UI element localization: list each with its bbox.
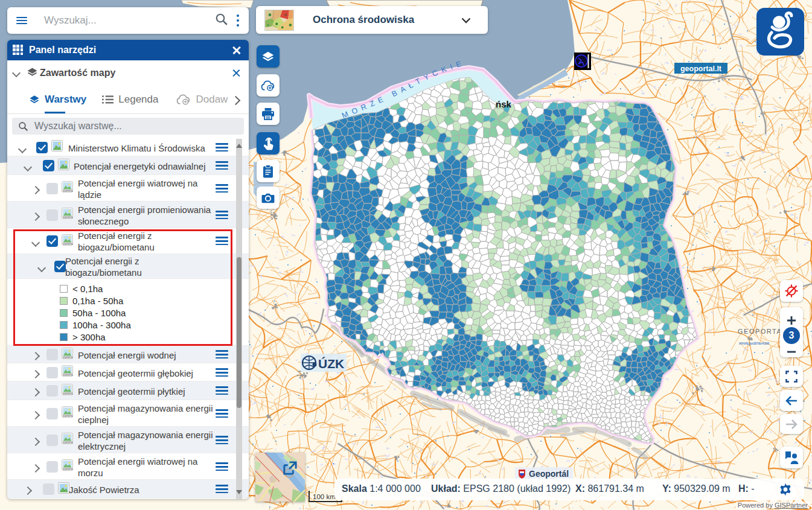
svg-text:wms: wms xyxy=(62,188,73,193)
svg-text:100 km: 100 km xyxy=(313,493,336,500)
svg-text:ńsk: ńsk xyxy=(496,99,512,109)
svg-text:wms: wms xyxy=(62,241,73,246)
svg-text:wms: wms xyxy=(62,372,73,377)
svg-text:wms: wms xyxy=(62,214,73,219)
svg-text:Geoportál: Geoportál xyxy=(529,469,569,479)
svg-text:wms: wms xyxy=(62,466,73,471)
svg-text:ÚZK: ÚZK xyxy=(318,357,344,371)
svg-text:wms: wms xyxy=(62,354,73,359)
svg-text:wms: wms xyxy=(62,413,73,418)
svg-text:иницыальная: иницыальная xyxy=(739,340,769,346)
svg-text:geoportal.lt: geoportal.lt xyxy=(680,65,722,73)
svg-text:wms: wms xyxy=(62,390,73,395)
svg-text:wms: wms xyxy=(62,439,73,444)
